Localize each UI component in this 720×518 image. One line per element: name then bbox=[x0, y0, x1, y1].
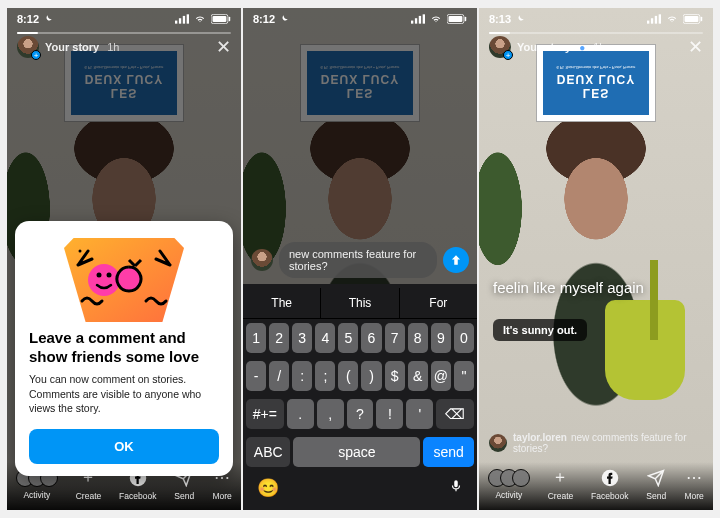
story-username[interactable]: Your story bbox=[517, 41, 571, 53]
key-exclaim[interactable]: ! bbox=[376, 399, 403, 429]
key-6[interactable]: 6 bbox=[361, 323, 381, 353]
story-caption: feelin like myself again bbox=[493, 279, 699, 296]
commenter-avatar[interactable] bbox=[251, 249, 273, 271]
story-progress bbox=[17, 32, 231, 34]
battery-icon bbox=[447, 14, 467, 24]
posted-comment[interactable]: taylor.lorennew comments feature for sto… bbox=[489, 432, 703, 454]
svg-rect-20 bbox=[655, 16, 657, 24]
key-4[interactable]: 4 bbox=[315, 323, 335, 353]
svg-rect-6 bbox=[229, 17, 231, 22]
intro-modal: Leave a comment and show friends some lo… bbox=[15, 221, 233, 476]
tray-activity[interactable]: Activity bbox=[488, 469, 530, 500]
add-story-icon[interactable]: + bbox=[31, 50, 41, 60]
key-semicolon[interactable]: ; bbox=[315, 361, 335, 391]
close-icon[interactable]: ✕ bbox=[216, 36, 231, 58]
close-icon[interactable]: ✕ bbox=[688, 36, 703, 58]
key-colon[interactable]: : bbox=[292, 361, 312, 391]
plus-icon: ＋ bbox=[550, 468, 570, 488]
key-symbol-shift[interactable]: #+= bbox=[246, 399, 284, 429]
story-username[interactable]: Your story bbox=[45, 41, 99, 53]
key-lparen[interactable]: ( bbox=[338, 361, 358, 391]
key-2[interactable]: 2 bbox=[269, 323, 289, 353]
straw bbox=[650, 260, 658, 340]
clock: 8:13 bbox=[489, 13, 511, 25]
screenshot-1: LES DEUX LUCY 6 Pl. Saint-Germain des Pr… bbox=[7, 8, 241, 510]
key-question[interactable]: ? bbox=[347, 399, 374, 429]
key-1[interactable]: 1 bbox=[246, 323, 266, 353]
svg-rect-1 bbox=[179, 18, 181, 23]
dnd-moon-icon bbox=[279, 14, 289, 24]
svg-rect-12 bbox=[415, 18, 417, 23]
svg-rect-5 bbox=[213, 16, 227, 22]
key-0[interactable]: 0 bbox=[454, 323, 474, 353]
modal-illustration bbox=[29, 237, 219, 323]
svg-rect-0 bbox=[175, 21, 177, 24]
suggestion-row: The This For bbox=[243, 288, 477, 319]
key-dash[interactable]: - bbox=[246, 361, 266, 391]
screenshot-3: LES DEUX LUCY 6 Pl. Saint-Germain des Pr… bbox=[479, 8, 713, 510]
key-3[interactable]: 3 bbox=[292, 323, 312, 353]
suggestion-3[interactable]: For bbox=[400, 288, 477, 318]
tray-create[interactable]: ＋Create bbox=[548, 468, 574, 501]
modal-body: You can now comment on stories. Comments… bbox=[29, 372, 219, 415]
key-abc[interactable]: ABC bbox=[246, 437, 290, 467]
svg-rect-14 bbox=[423, 14, 425, 23]
key-5[interactable]: 5 bbox=[338, 323, 358, 353]
suggestion-1[interactable]: The bbox=[243, 288, 321, 318]
comment-input-row: new comments feature for stories? bbox=[251, 242, 469, 278]
status-bar: 8:12 bbox=[243, 8, 477, 30]
key-amp[interactable]: & bbox=[408, 361, 428, 391]
key-quote[interactable]: " bbox=[454, 361, 474, 391]
key-space[interactable]: space bbox=[293, 437, 420, 467]
svg-rect-21 bbox=[659, 14, 661, 23]
ok-button[interactable]: OK bbox=[29, 429, 219, 464]
key-period[interactable]: . bbox=[287, 399, 314, 429]
comment-text: new comments feature for stories? bbox=[289, 248, 427, 272]
keyboard: The This For 1 2 3 4 5 6 7 8 9 0 - / : ; bbox=[243, 284, 477, 510]
battery-icon bbox=[683, 14, 703, 24]
status-bar: 8:13 bbox=[479, 8, 713, 30]
tray-send[interactable]: Send bbox=[646, 468, 666, 501]
tray-more[interactable]: ⋯More bbox=[684, 468, 704, 501]
key-7[interactable]: 7 bbox=[385, 323, 405, 353]
key-at[interactable]: @ bbox=[431, 361, 451, 391]
arrow-up-icon bbox=[449, 253, 463, 267]
key-8[interactable]: 8 bbox=[408, 323, 428, 353]
svg-rect-13 bbox=[419, 16, 421, 24]
key-dollar[interactable]: $ bbox=[385, 361, 405, 391]
key-slash[interactable]: / bbox=[269, 361, 289, 391]
add-story-icon[interactable]: + bbox=[503, 50, 513, 60]
key-rparen[interactable]: ) bbox=[361, 361, 381, 391]
key-backspace[interactable]: ⌫ bbox=[436, 399, 474, 429]
send-icon bbox=[646, 468, 666, 488]
modal-title: Leave a comment and show friends some lo… bbox=[29, 329, 219, 367]
avatar[interactable]: + bbox=[17, 36, 39, 58]
svg-point-9 bbox=[107, 272, 112, 277]
key-send[interactable]: send bbox=[423, 437, 474, 467]
dictation-mic-icon[interactable] bbox=[449, 477, 463, 500]
comment-input[interactable]: new comments feature for stories? bbox=[279, 242, 437, 278]
key-9[interactable]: 9 bbox=[431, 323, 451, 353]
tray-facebook[interactable]: Facebook bbox=[591, 468, 628, 501]
tray-activity-label: Activity bbox=[23, 490, 50, 500]
clock: 8:12 bbox=[253, 13, 275, 25]
svg-rect-17 bbox=[465, 17, 467, 22]
emoji-key-icon[interactable]: 😊 bbox=[257, 477, 279, 500]
wifi-icon bbox=[429, 14, 443, 24]
key-comma[interactable]: , bbox=[317, 399, 344, 429]
commenter-avatar bbox=[489, 434, 507, 452]
cup bbox=[605, 300, 685, 400]
story-header: + Your story 1h ✕ bbox=[7, 36, 241, 58]
status-bar: 8:12 bbox=[7, 8, 241, 30]
key-apostrophe[interactable]: ' bbox=[406, 399, 433, 429]
wifi-icon bbox=[193, 14, 207, 24]
avatar[interactable]: + bbox=[489, 36, 511, 58]
send-comment-button[interactable] bbox=[443, 247, 469, 273]
cellular-icon bbox=[411, 14, 425, 24]
battery-icon bbox=[211, 14, 231, 24]
story-header: + Your story ● 1h ✕ bbox=[479, 36, 713, 58]
story-progress bbox=[489, 32, 703, 34]
suggestion-2[interactable]: This bbox=[321, 288, 399, 318]
svg-rect-24 bbox=[701, 17, 703, 22]
dnd-moon-icon bbox=[43, 14, 53, 24]
